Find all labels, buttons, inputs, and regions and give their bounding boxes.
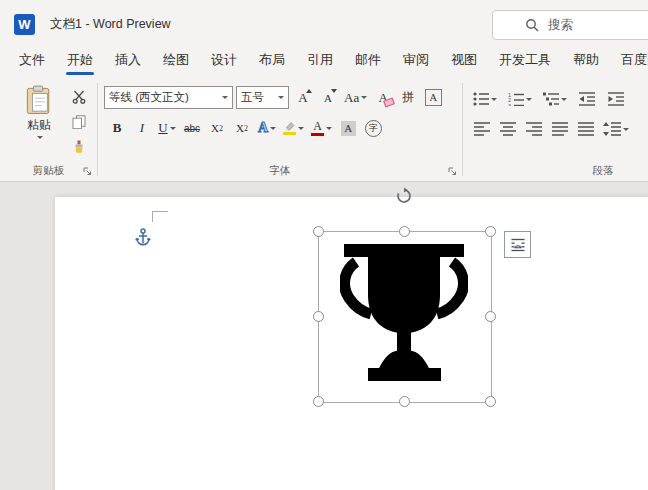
copy-icon [72,115,86,129]
tab-mailings[interactable]: 邮件 [344,45,392,78]
align-center-button[interactable] [497,118,519,140]
phonetic-guide-button[interactable]: 拼 [397,87,419,109]
numbering-button[interactable]: 123 [506,88,534,110]
change-case-button[interactable]: Aa [342,87,369,109]
font-dialog-launcher-icon[interactable] [448,167,457,176]
tab-draw[interactable]: 绘图 [152,45,200,78]
distribute-button[interactable] [575,118,597,140]
text-effects-button[interactable]: A [256,117,278,139]
ribbon: 粘贴 剪贴板 [0,78,648,182]
chevron-down-icon [326,127,332,130]
tab-design[interactable]: 设计 [200,45,248,78]
format-painter-button[interactable] [68,137,90,156]
chevron-down-icon [361,96,367,99]
paste-icon [26,85,52,115]
selection-handle-top-left[interactable] [313,226,324,237]
increase-indent-icon [608,92,624,106]
line-spacing-icon [603,122,621,136]
clipboard-dialog-launcher-icon[interactable] [83,167,92,176]
align-center-icon [500,122,516,136]
clipboard-group: 粘贴 剪贴板 [0,78,97,181]
font-group: 等线 (西文正文) 五号 A A Aa A 拼 A B I U abc X2 [98,78,462,181]
selection-handle-top-center[interactable] [399,226,410,237]
document-title: 文档1 - Word Preview [50,16,171,33]
rotate-icon [395,187,413,205]
font-color-bar [311,133,324,137]
layout-options-button[interactable] [504,231,531,258]
clear-formatting-button[interactable]: A [372,87,394,109]
tab-review[interactable]: 审阅 [392,45,440,78]
line-spacing-button[interactable] [601,118,631,140]
chevron-down-icon [270,127,276,130]
decrease-indent-icon [579,92,595,106]
word-logo-icon: W [14,14,35,35]
ribbon-tab-bar: 文件 开始 插入 绘图 设计 布局 引用 邮件 审阅 视图 开发工具 帮助 百度… [0,48,648,78]
tab-help[interactable]: 帮助 [562,45,610,78]
selection-handle-middle-left[interactable] [313,311,324,322]
align-left-icon [474,122,490,136]
highlight-button[interactable] [281,117,306,139]
paste-button[interactable]: 粘贴 [20,85,58,156]
character-border-button[interactable]: A [422,87,444,109]
paste-label: 粘贴 [27,117,51,134]
justify-button[interactable] [549,118,571,140]
copy-button[interactable] [68,112,90,131]
tab-developer[interactable]: 开发工具 [488,45,562,78]
highlight-icon [283,121,296,136]
distribute-icon [578,122,594,136]
tab-layout[interactable]: 布局 [248,45,296,78]
enclose-characters-button[interactable]: 字 [362,117,384,139]
tab-baidu-netdisk[interactable]: 百度网盘 [610,45,648,78]
font-group-label: 字体 [98,164,462,178]
align-right-button[interactable] [523,118,545,140]
strikethrough-button[interactable]: abc [181,117,203,139]
selection-handle-bottom-right[interactable] [485,396,496,407]
bold-button[interactable]: B [106,117,128,139]
trophy-shape[interactable] [340,240,468,390]
word-window: W 文档1 - Word Preview 搜索 文件 开始 插入 绘图 设计 布… [0,0,648,490]
italic-button[interactable]: I [131,117,153,139]
chevron-down-icon [170,127,176,130]
svg-text:3: 3 [508,103,511,107]
format-painter-icon [72,140,86,154]
superscript-button[interactable]: X2 [231,117,253,139]
tab-insert[interactable]: 插入 [104,45,152,78]
word-logo-letter: W [18,17,30,32]
chevron-down-icon [298,127,304,130]
chevron-down-icon [278,96,284,99]
tab-home[interactable]: 开始 [56,45,104,78]
paragraph-group: 123 [463,78,648,181]
underline-button[interactable]: U [156,117,178,139]
cut-button[interactable] [68,87,90,106]
selection-handle-top-right[interactable] [485,226,496,237]
decrease-indent-button[interactable] [576,88,598,110]
shrink-font-button[interactable]: A [317,87,339,109]
multilevel-list-button[interactable] [541,88,569,110]
tab-file[interactable]: 文件 [8,45,56,78]
increase-indent-button[interactable] [605,88,627,110]
font-name-value: 等线 (西文正文) [109,90,189,105]
grow-font-button[interactable]: A [292,87,314,109]
search-label: 搜索 [548,17,573,34]
font-color-button[interactable]: A [309,117,334,139]
clipboard-small-buttons [68,85,90,156]
font-name-select[interactable]: 等线 (西文正文) [104,86,233,109]
chevron-down-icon [623,128,629,131]
selection-handle-bottom-center[interactable] [399,396,410,407]
character-shading-button[interactable]: A [337,117,359,139]
tab-references[interactable]: 引用 [296,45,344,78]
search-box[interactable]: 搜索 [492,10,648,40]
subscript-button[interactable]: X2 [206,117,228,139]
tab-view[interactable]: 视图 [440,45,488,78]
selection-handle-bottom-left[interactable] [313,396,324,407]
search-icon [525,18,539,32]
font-size-select[interactable]: 五号 [236,86,289,109]
align-left-button[interactable] [471,118,493,140]
selection-handle-middle-right[interactable] [485,311,496,322]
document-area [0,182,648,490]
multilevel-list-icon [543,92,559,106]
bullets-button[interactable] [471,88,499,110]
bullets-icon [473,92,489,106]
chevron-down-icon [222,96,228,99]
rotation-handle[interactable] [395,187,413,205]
